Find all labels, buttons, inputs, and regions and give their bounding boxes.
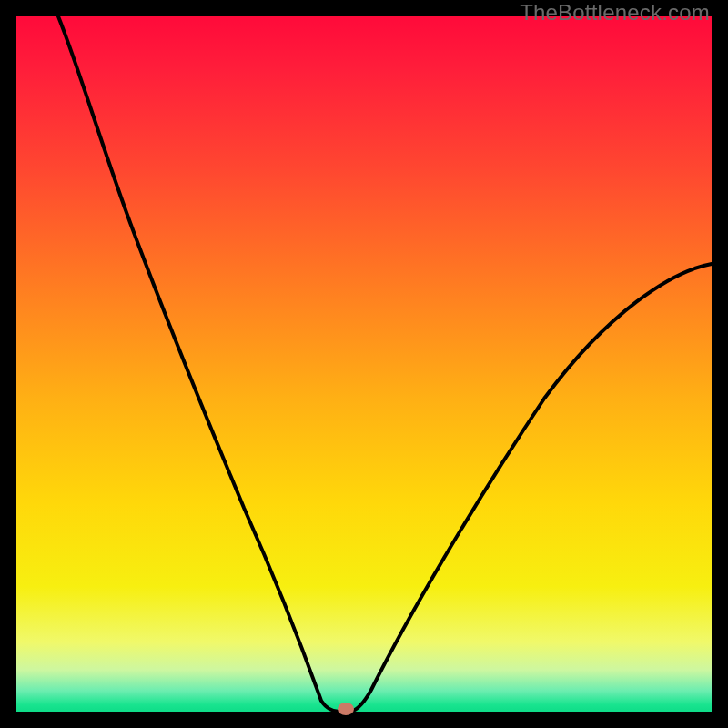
optimal-marker [338, 703, 354, 715]
chart-frame: TheBottleneck.com [0, 0, 728, 728]
bottleneck-curve [58, 16, 712, 712]
attribution-watermark: TheBottleneck.com [520, 0, 710, 25]
curve-layer [16, 16, 712, 712]
gradient-plot-area [16, 16, 712, 712]
